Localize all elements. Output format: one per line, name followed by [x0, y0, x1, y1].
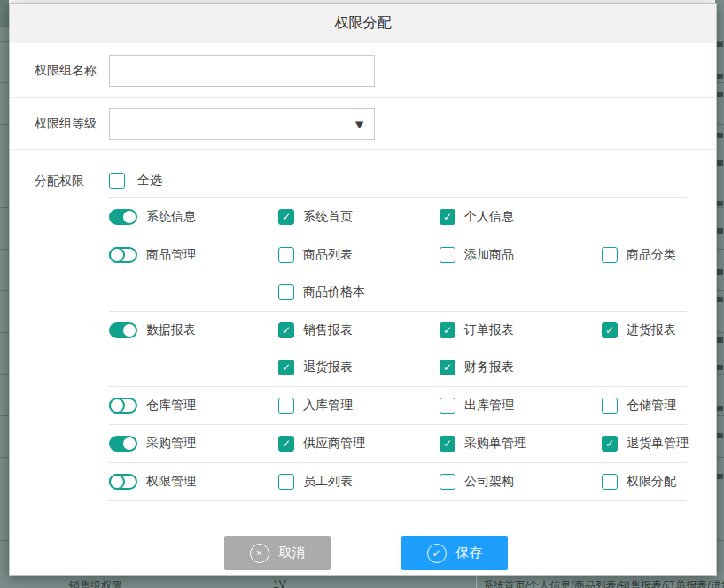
permission-label: 订单报表	[464, 322, 514, 338]
backdrop-text-fragment	[716, 474, 723, 479]
permission-group: 权限管理员工列表公司架构权限分配	[109, 463, 687, 501]
permission-checkbox[interactable]: ✓	[440, 436, 455, 452]
permission-cell: 商品分类	[602, 236, 676, 274]
permission-label: 权限分配	[627, 474, 676, 490]
module-label: 仓库管理	[146, 398, 196, 414]
module-cell: 权限管理	[109, 463, 196, 500]
permission-checkbox[interactable]	[602, 474, 618, 490]
backdrop-table-row: 销售组权限 1V 系统首页/个人信息/商品列表/销售报表/订单报表/进货报表	[0, 575, 724, 588]
save-button-label: 保存	[456, 545, 483, 561]
module-toggle[interactable]	[109, 209, 137, 225]
permission-cell: 权限分配	[602, 463, 676, 500]
permission-cell: ✓系统首页	[278, 198, 353, 236]
group-name-label: 权限组名称	[35, 63, 97, 79]
module-label: 权限管理	[146, 474, 196, 490]
permission-checkbox[interactable]	[278, 398, 294, 414]
bg-row-permissions: 系统首页/个人信息/商品列表/销售报表/订单报表/进货报表	[483, 578, 724, 588]
permission-grid-line: 数据报表✓销售报表✓订单报表✓进货报表	[109, 312, 687, 349]
permission-label: 退货报表	[303, 360, 353, 375]
permission-label: 财务报表	[464, 360, 514, 375]
module-label: 商品管理	[146, 247, 196, 263]
module-toggle[interactable]	[109, 322, 137, 338]
table-cell-border	[476, 576, 477, 588]
permission-cell: ✓进货报表	[602, 312, 676, 349]
permission-checkbox[interactable]	[278, 474, 294, 490]
permission-checkbox[interactable]: ✓	[440, 322, 455, 338]
module-label: 采购管理	[146, 436, 196, 452]
toggle-knob-icon	[109, 247, 125, 263]
permission-checkbox[interactable]	[440, 247, 455, 263]
module-cell: 采购管理	[109, 425, 196, 462]
group-level-select[interactable]: ▼	[109, 108, 375, 140]
permission-grid: 系统信息✓系统首页✓个人信息商品管理商品列表添加商品商品分类商品价格本数据报表✓…	[10, 198, 716, 501]
permission-label: 进货报表	[627, 322, 676, 338]
backdrop-text-fragment	[716, 201, 723, 206]
permission-label: 员工列表	[303, 474, 353, 490]
permission-grid-line: 权限管理员工列表公司架构权限分配	[109, 463, 687, 500]
permission-cell: ✓采购单管理	[440, 425, 526, 462]
permission-group: 采购管理✓供应商管理✓采购单管理✓退货单管理	[109, 425, 687, 463]
permission-checkbox[interactable]: ✓	[278, 322, 294, 338]
permission-cell: ✓退货单管理	[602, 425, 689, 462]
dropdown-arrow-icon: ▼	[353, 119, 367, 130]
backdrop-text-fragment	[716, 133, 723, 138]
module-toggle[interactable]	[109, 436, 137, 452]
permission-checkbox[interactable]	[602, 398, 618, 414]
permission-checkbox[interactable]: ✓	[278, 436, 294, 452]
group-level-label: 权限组等级	[35, 116, 97, 132]
backdrop-text-fragment	[716, 269, 723, 275]
select-all-row: 全选	[109, 164, 162, 197]
screen: 销售组权限 1V 系统首页/个人信息/商品列表/销售报表/订单报表/进货报表 权…	[0, 0, 724, 588]
permission-label: 商品列表	[303, 247, 353, 263]
permission-label: 公司架构	[464, 474, 514, 490]
group-name-input[interactable]	[109, 55, 375, 87]
permission-grid-line: 仓库管理入库管理出库管理仓储管理	[109, 387, 687, 424]
permission-checkbox[interactable]: ✓	[278, 209, 294, 225]
backdrop-text-fragment	[716, 433, 723, 438]
module-toggle[interactable]	[109, 398, 137, 414]
module-toggle[interactable]	[109, 474, 137, 490]
permission-checkbox[interactable]: ✓	[602, 436, 618, 452]
toggle-knob-icon	[123, 437, 136, 450]
module-label: 系统信息	[146, 209, 196, 225]
permission-label: 退货单管理	[627, 436, 689, 452]
permission-cell: ✓退货报表	[278, 349, 353, 386]
bg-row-name: 销售组权限	[69, 578, 122, 588]
backdrop-text-fragment	[716, 365, 723, 370]
permission-checkbox[interactable]	[440, 398, 455, 414]
permission-checkbox[interactable]	[602, 247, 618, 263]
permission-checkbox[interactable]	[278, 284, 294, 300]
module-cell: 仓库管理	[109, 387, 196, 424]
assign-permission-label: 分配权限	[35, 174, 84, 190]
module-cell: 商品管理	[109, 236, 196, 274]
permission-group: 仓库管理入库管理出库管理仓储管理	[109, 387, 687, 425]
permission-checkbox[interactable]: ✓	[602, 322, 618, 338]
module-toggle[interactable]	[109, 247, 137, 263]
select-all-checkbox[interactable]	[109, 173, 125, 189]
permission-cell: ✓财务报表	[440, 349, 514, 386]
permission-assign-dialog: 权限分配 权限组名称 权限组等级 ▼ 分配权限 全选 系统信息✓系统首页✓个人信…	[9, 3, 717, 576]
cancel-button[interactable]: × 取消	[224, 536, 331, 570]
module-cell: 数据报表	[109, 312, 196, 349]
backdrop-text-fragment	[716, 42, 723, 47]
permission-checkbox[interactable]: ✓	[278, 360, 294, 375]
backdrop-left-sliver	[0, 0, 9, 588]
toggle-knob-icon	[109, 398, 125, 414]
permission-checkbox[interactable]: ✓	[440, 209, 455, 225]
permission-checkbox[interactable]	[440, 474, 455, 490]
permission-label: 销售报表	[303, 322, 353, 338]
permission-label: 采购单管理	[464, 436, 526, 452]
backdrop-text-fragment	[716, 74, 723, 79]
permission-group: 数据报表✓销售报表✓订单报表✓进货报表✓退货报表✓财务报表	[109, 312, 687, 387]
save-button[interactable]: ✓ 保存	[401, 536, 508, 570]
backdrop-text-fragment	[716, 92, 723, 97]
permission-checkbox[interactable]: ✓	[440, 360, 455, 375]
permission-label: 出库管理	[464, 398, 514, 414]
permission-checkbox[interactable]	[278, 247, 294, 263]
backdrop-text-fragment	[716, 406, 723, 411]
dialog-title: 权限分配	[10, 4, 716, 43]
select-all-label: 全选	[137, 173, 162, 189]
group-level-row: 权限组等级 ▼	[10, 98, 716, 150]
permission-cell: 商品价格本	[278, 274, 365, 311]
save-circle-icon: ✓	[427, 544, 447, 563]
